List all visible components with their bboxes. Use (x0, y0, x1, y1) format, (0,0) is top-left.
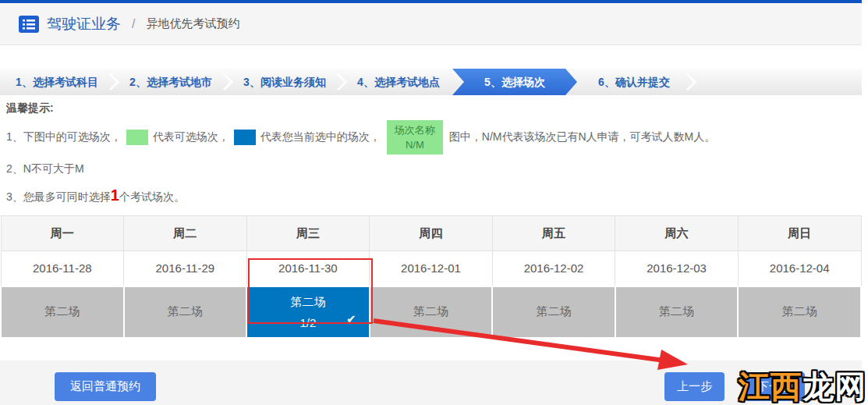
tip-line-3: 3、您最多可同时选择1个考试场次。 (6, 187, 856, 204)
legend-box-title: 场次名称 (387, 123, 443, 138)
session-label: 第二场 (370, 304, 492, 319)
footer-bar: 返回普通预约 上一步 下一步 (0, 361, 862, 405)
step-4: 4、选择考试地点 (342, 69, 455, 95)
session-row: 第二场第二场第二场1/2✔第二场第二场第二场第二场 (1, 286, 861, 338)
tip3-suffix: 个考试场次。 (119, 190, 185, 203)
tip-line-1: 1、下图中的可选场次， 代表可选场次， 代表您当前选中的场次， 场次名称 N/M… (6, 120, 856, 155)
day-header-cell: 周五 (492, 216, 615, 251)
step-3: 3、阅读业务须知 (228, 69, 342, 95)
watermark-part-white: 龙网 (802, 369, 866, 403)
day-header-cell: 周一 (1, 216, 124, 251)
date-cell: 2016-11-28 (1, 251, 124, 286)
tip1-text-c: 代表您当前选中的场次， (260, 130, 381, 144)
step-5-active: 5、选择场次 (452, 69, 577, 95)
session-cell[interactable]: 第二场 (492, 286, 615, 338)
step-1: 1、选择考试科目 (0, 69, 114, 95)
back-to-normal-booking-button[interactable]: 返回普通预约 (55, 372, 156, 401)
check-icon: ✔ (346, 312, 356, 326)
legend-box-ratio: N/M (387, 137, 443, 153)
weekday-header-row: 周一周二周三周四周五周六周日 (1, 216, 861, 251)
max-select-count: 1 (111, 187, 119, 204)
day-header-cell: 周六 (615, 216, 739, 251)
breadcrumb-current: 异地优先考试预约 (146, 16, 239, 31)
schedule-table: 周一周二周三周四周五周六周日 2016-11-282016-11-292016-… (0, 215, 862, 339)
step-6: 6、确认并提交 (577, 69, 691, 95)
watermark: 江西龙网 (739, 371, 866, 402)
page-header: 驾驶证业务 / 异地优先考试预约 (0, 3, 862, 45)
steps-bar: 1、选择考试科目2、选择考试地市3、阅读业务须知4、选择考试地点5、选择场次6、… (0, 69, 862, 95)
page-container: 驾驶证业务 / 异地优先考试预约 1、选择考试科目2、选择考试地市3、阅读业务须… (0, 0, 862, 405)
session-cell[interactable]: 第二场 (1, 286, 124, 338)
session-label: 第二场 (493, 304, 615, 319)
tips-section: 温馨提示: 1、下图中的可选场次， 代表可选场次， 代表您当前选中的场次， 场次… (0, 95, 862, 204)
session-cell[interactable]: 第二场 (370, 286, 493, 338)
date-cell: 2016-12-04 (738, 251, 861, 286)
list-icon (19, 16, 39, 33)
session-label: 第二场 (616, 304, 738, 319)
session-label: 第二场 (247, 295, 369, 310)
tip1-text-d: 图中，N/M代表该场次已有N人申请，可考试人数M人。 (449, 130, 715, 144)
date-cell: 2016-12-03 (615, 251, 739, 286)
prev-step-button[interactable]: 上一步 (664, 372, 725, 401)
day-header-cell: 周四 (370, 216, 493, 251)
day-header-cell: 周日 (738, 216, 861, 251)
day-header-cell: 周三 (246, 216, 370, 251)
watermark-part-orange: 江西 (739, 369, 802, 403)
date-cell: 2016-11-30 (246, 251, 370, 286)
step-2: 2、选择考试地市 (114, 69, 228, 95)
session-label: 第二场 (2, 304, 123, 319)
session-cell[interactable]: 第二场 (738, 286, 861, 338)
session-label: 第二场 (125, 304, 246, 319)
tip3-prefix: 3、您最多可同时选择 (6, 190, 111, 203)
page-title: 驾驶证业务 (47, 14, 121, 34)
session-legend-box: 场次名称 N/M (387, 120, 443, 155)
steps-bar-filler (691, 69, 862, 95)
tip-line-2: 2、N不可大于M (6, 162, 856, 176)
session-cell[interactable]: 第二场 (124, 286, 247, 338)
session-cell[interactable]: 第二场 (615, 286, 739, 338)
tips-title: 温馨提示: (6, 101, 856, 115)
date-row: 2016-11-282016-11-292016-11-302016-12-01… (1, 251, 861, 286)
date-cell: 2016-11-29 (124, 251, 247, 286)
tip1-text-b: 代表可选场次， (153, 130, 229, 144)
selected-session-swatch (234, 130, 256, 145)
breadcrumb-separator: / (132, 17, 135, 31)
date-cell: 2016-12-01 (370, 251, 493, 286)
date-cell: 2016-12-02 (492, 251, 615, 286)
day-header-cell: 周二 (124, 216, 247, 251)
session-label: 第二场 (739, 304, 860, 319)
tip1-text-a: 1、下图中的可选场次， (6, 130, 122, 144)
session-cell-selected[interactable]: 第二场1/2✔ (246, 286, 370, 338)
available-session-swatch (126, 130, 148, 145)
